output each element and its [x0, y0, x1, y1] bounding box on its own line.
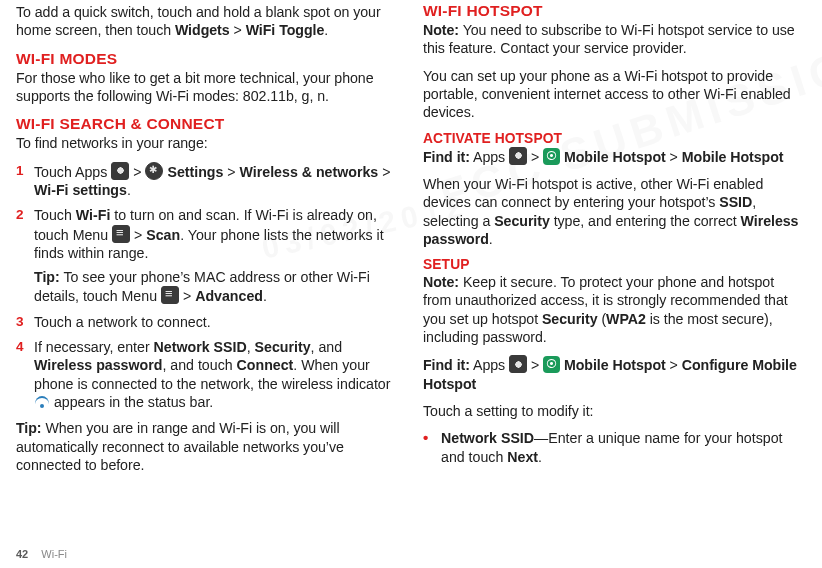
page-content: To add a quick switch, touch and hold a … [0, 0, 822, 540]
setup-heading: Setup [423, 257, 806, 272]
search-lead: To find networks in your range: [16, 134, 399, 152]
activate-hotspot-heading: Activate hotspot [423, 131, 806, 146]
wifi-hotspot-heading: Wi-Fi hotspot [423, 2, 806, 20]
step-1: 1 Touch Apps > Settings > Wireless & net… [16, 162, 399, 200]
left-column: To add a quick switch, touch and hold a … [16, 2, 399, 540]
wifi-search-heading: Wi-Fi search & connect [16, 115, 399, 133]
menu-icon [112, 225, 130, 243]
page-number: 42 [16, 548, 28, 560]
hotspot-para2: You can set up your phone as a Wi-Fi hot… [423, 67, 806, 122]
intro-paragraph: To add a quick switch, touch and hold a … [16, 3, 399, 40]
footer-tip: Tip: When you are in range and Wi-Fi is … [16, 419, 399, 474]
wifi-modes-text: For those who like to get a bit more tec… [16, 69, 399, 106]
setup-bullets: Network SSID—Enter a unique name for you… [423, 429, 806, 466]
section-name: Wi-Fi [41, 548, 67, 560]
menu-icon [161, 286, 179, 304]
hotspot-note: Note: You need to subscribe to Wi-Fi hot… [423, 21, 806, 58]
touch-line: Touch a setting to modify it: [423, 402, 806, 420]
apps-icon [509, 147, 527, 165]
apps-icon [509, 355, 527, 373]
hotspot-icon [543, 356, 560, 373]
step-3: 3 Touch a network to connect. [16, 313, 399, 331]
step-4: 4 If necessary, enter Network SSID, Secu… [16, 338, 399, 411]
bullet-ssid: Network SSID—Enter a unique name for you… [423, 429, 806, 466]
step-2: 2 Touch Wi-Fi to turn on and scan. If Wi… [16, 206, 399, 306]
search-steps: 1 Touch Apps > Settings > Wireless & net… [16, 162, 399, 412]
settings-icon [145, 162, 163, 180]
setup-note: Note: Keep it secure. To protect your ph… [423, 273, 806, 346]
apps-icon [111, 162, 129, 180]
wifi-modes-heading: Wi-Fi modes [16, 50, 399, 68]
right-column: Wi-Fi hotspot Note: You need to subscrib… [423, 2, 806, 540]
wifi-indicator-icon [34, 396, 50, 408]
findit-activate: Find it: Apps > Mobile Hotspot > Mobile … [423, 147, 806, 166]
hotspot-icon [543, 148, 560, 165]
activate-desc: When your Wi-Fi hotspot is active, other… [423, 175, 806, 248]
findit-setup: Find it: Apps > Mobile Hotspot > Configu… [423, 355, 806, 393]
page-footer: 42 Wi-Fi [16, 548, 67, 560]
